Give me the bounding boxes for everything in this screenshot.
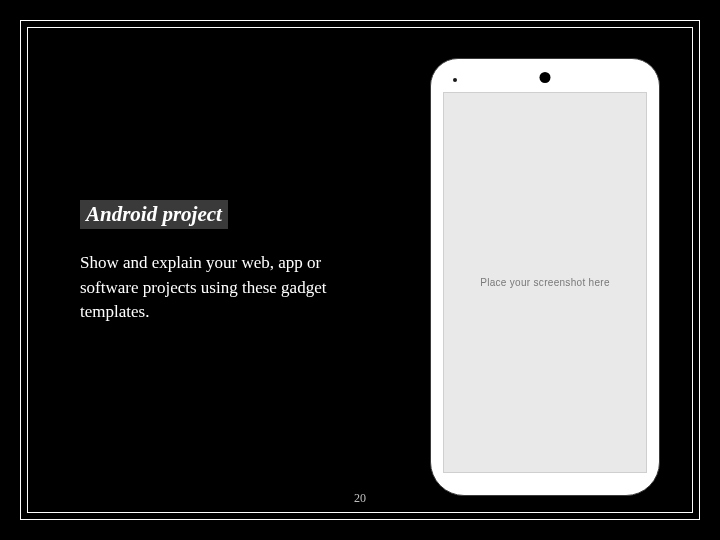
placeholder-text: Place your screenshot here <box>480 277 610 288</box>
android-phone-mockup: Place your screenshot here <box>430 58 660 496</box>
slide-title: Android project <box>86 202 222 226</box>
text-content: Android project Show and explain your we… <box>80 200 380 325</box>
slide-body-text: Show and explain your web, app or softwa… <box>80 251 380 325</box>
title-highlight-box: Android project <box>80 200 228 229</box>
phone-screen-placeholder[interactable]: Place your screenshot here <box>443 92 647 473</box>
page-number: 20 <box>0 491 720 506</box>
phone-sensor-dot-icon <box>453 78 457 82</box>
phone-body: Place your screenshot here <box>430 58 660 496</box>
phone-camera-icon <box>540 72 551 83</box>
